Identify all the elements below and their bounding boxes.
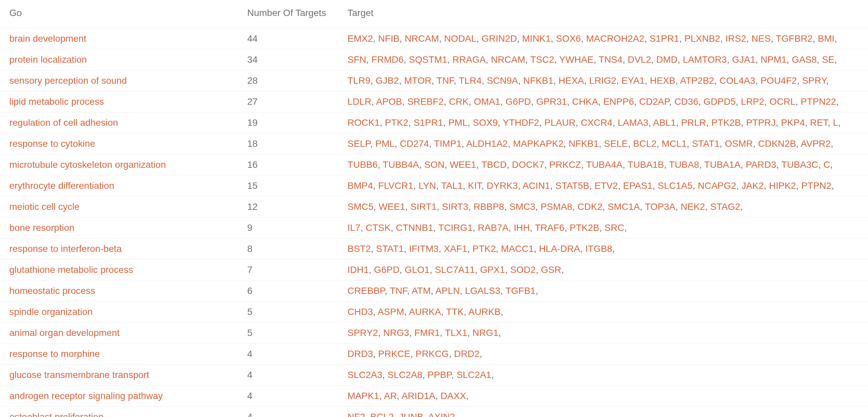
- target-link[interactable]: BST2: [347, 244, 371, 254]
- target-link[interactable]: SLC2A3: [347, 370, 382, 380]
- go-term-link[interactable]: protein localization: [9, 55, 87, 65]
- target-link[interactable]: AR: [384, 391, 397, 401]
- go-term-link[interactable]: osteoblast proliferation: [9, 412, 103, 417]
- target-link[interactable]: EPAS1: [623, 180, 652, 191]
- target-link[interactable]: GSR: [541, 265, 561, 275]
- target-link[interactable]: LYN: [418, 180, 436, 191]
- target-link[interactable]: HLA-DRA: [539, 244, 580, 254]
- target-link[interactable]: S1PR1: [414, 117, 443, 128]
- target-link[interactable]: G6PD: [374, 265, 399, 275]
- target-link[interactable]: ALDH1A2: [466, 138, 508, 149]
- target-link[interactable]: GLO1: [405, 265, 430, 275]
- target-link[interactable]: IFITM3: [409, 244, 439, 254]
- target-link[interactable]: S1PR1: [650, 33, 679, 44]
- go-term-link[interactable]: androgen receptor signaling pathway: [9, 391, 163, 401]
- target-link[interactable]: LAMA3: [618, 117, 649, 128]
- target-link[interactable]: CD274: [400, 138, 429, 149]
- target-link[interactable]: SLC7A11: [435, 265, 475, 275]
- target-link[interactable]: PTPN22: [801, 96, 836, 107]
- target-link[interactable]: LAMTOR3: [683, 55, 727, 65]
- target-link[interactable]: TRAF6: [535, 222, 565, 233]
- target-link[interactable]: BMP4: [347, 180, 373, 191]
- target-link[interactable]: SIRT1: [410, 202, 437, 212]
- target-link[interactable]: SPRY: [802, 75, 826, 86]
- target-link[interactable]: YWHAE: [559, 55, 594, 65]
- go-term-link[interactable]: meiotic cell cycle: [9, 202, 80, 212]
- target-link[interactable]: FRMD6: [372, 55, 404, 65]
- target-link[interactable]: STAT1: [376, 244, 404, 254]
- target-link[interactable]: MACC1: [501, 244, 534, 254]
- go-term-link[interactable]: erythrocyte differentiation: [9, 180, 114, 191]
- target-link[interactable]: TUBA3C: [781, 160, 818, 170]
- target-link[interactable]: TLR4: [459, 75, 482, 86]
- target-link[interactable]: C: [823, 160, 830, 170]
- target-link[interactable]: GRIN2D: [482, 33, 517, 44]
- target-link[interactable]: FLVCR1: [378, 180, 413, 191]
- target-link[interactable]: TOP3A: [645, 202, 675, 212]
- target-link[interactable]: TCIRG1: [438, 222, 473, 233]
- target-link[interactable]: AXIN2: [428, 412, 455, 417]
- target-link[interactable]: OCRL: [769, 96, 796, 107]
- target-link[interactable]: BMI: [818, 33, 835, 44]
- go-term-link[interactable]: response to cytokine: [9, 138, 95, 149]
- target-link[interactable]: TGFB1: [505, 285, 535, 296]
- target-link[interactable]: NFKB1: [523, 75, 553, 86]
- target-link[interactable]: MTOR: [404, 75, 432, 86]
- target-link[interactable]: WEE1: [378, 202, 405, 212]
- target-link[interactable]: ATM: [412, 285, 431, 296]
- target-link[interactable]: SREBF2: [407, 96, 444, 107]
- target-link[interactable]: RRAGA: [453, 55, 486, 65]
- target-link[interactable]: DVL2: [628, 55, 651, 65]
- target-link[interactable]: IDH1: [347, 265, 369, 275]
- target-link[interactable]: SOD2: [510, 265, 535, 275]
- target-link[interactable]: PTK2B: [711, 117, 741, 128]
- target-link[interactable]: STAT1: [692, 138, 720, 149]
- target-link[interactable]: CD2AP: [639, 96, 669, 107]
- target-link[interactable]: SPRY2: [347, 327, 378, 338]
- target-link[interactable]: SELP: [347, 138, 370, 149]
- target-link[interactable]: TNF: [437, 75, 454, 86]
- target-link[interactable]: NRG1: [472, 327, 498, 338]
- target-link[interactable]: TUBA1A: [704, 160, 741, 170]
- target-link[interactable]: ACIN1: [523, 180, 550, 191]
- target-link[interactable]: SOX9: [473, 117, 498, 128]
- target-link[interactable]: CTNNB1: [396, 222, 433, 233]
- target-link[interactable]: PTPRJ: [746, 117, 776, 128]
- target-link[interactable]: PRKCE: [378, 349, 410, 359]
- target-link[interactable]: MINK1: [522, 33, 551, 44]
- target-link[interactable]: PRLR: [681, 117, 706, 128]
- target-link[interactable]: TSC2: [530, 55, 554, 65]
- target-link[interactable]: TUBB6: [347, 160, 377, 170]
- target-link[interactable]: AURKA: [409, 307, 441, 317]
- target-link[interactable]: JUNB: [399, 412, 423, 417]
- target-link[interactable]: IL7: [347, 222, 361, 233]
- target-link[interactable]: FMR1: [414, 327, 440, 338]
- target-link[interactable]: ROCK1: [347, 117, 379, 128]
- go-term-link[interactable]: homeostatic process: [9, 285, 95, 296]
- target-link[interactable]: NF2: [347, 412, 365, 417]
- go-term-link[interactable]: regulation of cell adhesion: [9, 117, 118, 128]
- go-term-link[interactable]: lipid metabolic process: [9, 96, 104, 107]
- target-link[interactable]: TGFBR2: [776, 33, 812, 44]
- go-term-link[interactable]: spindle organization: [9, 307, 93, 317]
- target-link[interactable]: TLX1: [445, 327, 467, 338]
- go-term-link[interactable]: response to morphine: [9, 349, 100, 359]
- target-link[interactable]: NRCAM: [491, 55, 525, 65]
- target-link[interactable]: TUBA4A: [586, 160, 622, 170]
- target-link[interactable]: GPX1: [480, 265, 505, 275]
- target-link[interactable]: NCAPG2: [698, 180, 736, 191]
- target-link[interactable]: NRCAM: [405, 33, 439, 44]
- target-link[interactable]: POU4F2: [761, 75, 797, 86]
- target-link[interactable]: SIRT3: [442, 202, 468, 212]
- go-term-link[interactable]: brain development: [9, 33, 86, 44]
- target-link[interactable]: TAL1: [441, 180, 463, 191]
- target-link[interactable]: GPR31: [536, 96, 567, 107]
- target-link[interactable]: AURKB: [468, 307, 500, 317]
- target-link[interactable]: DOCK7: [512, 160, 544, 170]
- go-term-link[interactable]: animal organ development: [9, 327, 120, 338]
- target-link[interactable]: TIMP1: [434, 138, 461, 149]
- target-link[interactable]: DAXX: [441, 391, 466, 401]
- target-link[interactable]: SLC1A5: [658, 180, 692, 191]
- target-link[interactable]: SQSTM1: [409, 55, 447, 65]
- target-link[interactable]: LRIG2: [589, 75, 616, 86]
